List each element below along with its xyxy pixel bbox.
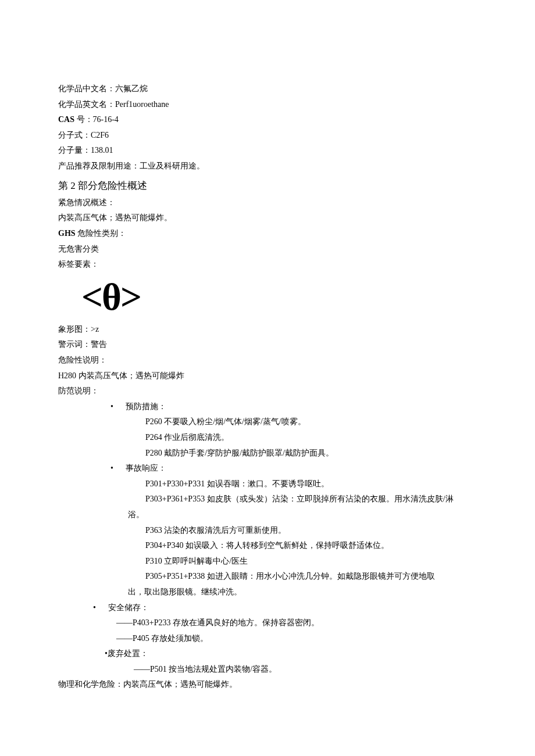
cas-label: CAS	[58, 115, 74, 124]
bullet-icon: •	[110, 399, 126, 415]
hazard-label: 危险性说明：	[58, 353, 477, 368]
formula-label: 分子式：	[58, 131, 91, 139]
formula-value: C2F6	[91, 131, 109, 139]
response-title: 事故响应：	[126, 464, 166, 472]
storage-1: ——P403+P233 存放在通风良好的地方。保持容器密闭。	[58, 615, 477, 631]
p304: P304+P340 如误吸入：将人转移到空气新鲜处，保持呼吸舒适体位。	[58, 538, 477, 554]
bullet-icon: •	[93, 600, 108, 616]
p363: P363 沾染的衣服清洗后方可重新使用。	[58, 523, 477, 539]
pictogram-label: 象形图：	[58, 325, 91, 334]
prevention-title: 预防措施：	[126, 402, 166, 411]
p303b: 浴。	[58, 507, 477, 523]
response-title-row: •事故响应：	[58, 461, 477, 476]
physchem-value: 内装高压气体；遇热可能爆炸。	[123, 680, 237, 689]
ghs-suffix: 危险性类别：	[76, 229, 127, 238]
recommended-use: 产品推荐及限制用途：工业及科研用途。	[58, 159, 477, 174]
p260: P260 不要吸入粉尘/烟/气体/烟雾/蒸气/喷雾。	[58, 414, 477, 430]
storage-title-row: •安全储存：	[58, 600, 477, 616]
emergency-text: 内装高压气体；遇热可能爆炸。	[58, 210, 477, 226]
pictogram-value: >z	[91, 325, 99, 334]
p305b: 出，取出隐形眼镜。继续冲洗。	[58, 585, 477, 600]
pictogram-symbol: <θ>	[58, 273, 477, 322]
mw-value: 138.01	[91, 146, 113, 155]
label-elements: 标签要素：	[58, 257, 477, 273]
ghs-text: 无危害分类	[58, 242, 477, 257]
section-2-title: 第 2 部分危险性概述	[58, 177, 477, 195]
use-label: 产品推荐及限制用途：	[58, 162, 140, 170]
signal-value: 警告	[91, 340, 107, 349]
pictogram-line: 象形图：>z	[58, 322, 477, 338]
chemical-cn-name: 化学品中文名：六氟乙烷	[58, 81, 477, 97]
en-name-label: 化学品英文名：	[58, 100, 115, 109]
cas-suffix: 号：	[74, 115, 93, 124]
cn-name-value: 六氟乙烷	[115, 84, 148, 93]
disposal-title: 废弃处置：	[108, 649, 148, 658]
storage-title: 安全储存：	[108, 603, 149, 612]
cas-value: 76-16-4	[93, 115, 119, 124]
disposal-1: ——P501 按当地法规处置内装物/容器。	[58, 662, 477, 678]
phys-chem-hazard: 物理和化学危险：内装高压气体；遇热可能爆炸。	[58, 677, 477, 693]
chemical-en-name: 化学品英文名：Perf1uoroethane	[58, 97, 477, 113]
bullet-icon: •	[110, 461, 126, 476]
p280: P280 戴防护手套/穿防护服/戴防护眼罩/戴防护面具。	[58, 446, 477, 461]
disposal-title-row: •废弃处置：	[58, 646, 477, 662]
cas-number: CAS 号：76-16-4	[58, 112, 477, 128]
physchem-label: 物理和化学危险：	[58, 680, 123, 689]
signal-word: 警示词：警告	[58, 337, 477, 353]
p310: P310 立即呼叫解毒中心/医生	[58, 554, 477, 569]
emergency-label: 紧急情况概述：	[58, 195, 477, 211]
hazard-text: H280 内装高压气体；遇热可能爆炸	[58, 368, 477, 384]
ghs-category: GHS 危险性类别：	[58, 226, 477, 242]
p301: P301+P330+P331 如误吞咽：漱口。不要诱导呕吐。	[58, 476, 477, 492]
precaution-label: 防范说明：	[58, 384, 477, 399]
ghs-label: GHS	[58, 229, 76, 238]
use-value: 工业及科研用途。	[140, 162, 205, 170]
storage-2: ——P405 存放处须加锁。	[58, 631, 477, 647]
mw-label: 分子量：	[58, 146, 91, 155]
p305: P305+P351+P338 如进入眼睛：用水小心冲洗几分钟。如戴隐形眼镜并可方…	[58, 569, 477, 585]
p264: P264 作业后彻底清洗。	[58, 430, 477, 446]
en-name-value: Perf1uoroethane	[115, 100, 169, 109]
cn-name-label: 化学品中文名：	[58, 84, 115, 93]
p303: P303+P361+P353 如皮肤（或头发）沾染：立即脱掉所有沾染的衣服。用水…	[58, 492, 477, 507]
signal-label: 警示词：	[58, 340, 91, 349]
prevention-title-row: •预防措施：	[58, 399, 477, 415]
molecular-weight: 分子量：138.01	[58, 143, 477, 159]
formula: 分子式：C2F6	[58, 128, 477, 144]
